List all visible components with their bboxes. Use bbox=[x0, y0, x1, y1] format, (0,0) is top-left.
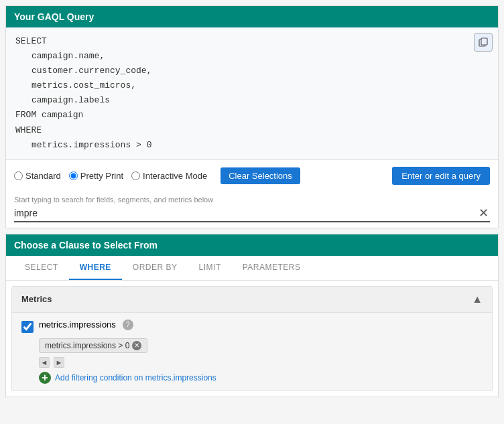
query-body: SELECT campaign.name, customer.currency_… bbox=[6, 27, 498, 159]
scroll-left-button[interactable]: ◄ bbox=[39, 357, 50, 368]
metric-name-impressions: metrics.impressions bbox=[39, 320, 116, 330]
radio-standard-input[interactable] bbox=[14, 171, 23, 180]
clause-panel-header: Choose a Clause to Select From bbox=[6, 234, 498, 256]
query-line-where: WHERE bbox=[15, 123, 489, 138]
radio-interactive-mode[interactable]: Interactive Mode bbox=[131, 171, 207, 181]
tab-limit[interactable]: LIMIT bbox=[188, 256, 232, 280]
tab-parameters[interactable]: PARAMETERS bbox=[232, 256, 312, 280]
search-input[interactable] bbox=[14, 206, 477, 220]
clear-selections-button[interactable]: Clear Selections bbox=[220, 167, 300, 184]
clause-tabs: SELECT WHERE ORDER BY LIMIT PARAMETERS bbox=[6, 256, 498, 281]
radio-pretty-print[interactable]: Pretty Print bbox=[69, 171, 123, 181]
radio-pretty-print-input[interactable] bbox=[69, 171, 78, 180]
radio-interactive-input[interactable] bbox=[131, 171, 140, 180]
radio-interactive-label: Interactive Mode bbox=[143, 171, 207, 181]
svg-rect-1 bbox=[481, 38, 487, 45]
query-panel: Your GAQL Query SELECT campaign.name, cu… bbox=[5, 5, 499, 228]
controls-row: Standard Pretty Print Interactive Mode C… bbox=[6, 159, 498, 192]
scroll-right-button[interactable]: ► bbox=[54, 357, 64, 368]
search-row: Start typing to search for fields, segme… bbox=[6, 192, 498, 228]
clause-panel: Choose a Clause to Select From SELECT WH… bbox=[5, 234, 499, 397]
radio-group: Standard Pretty Print Interactive Mode C… bbox=[14, 167, 300, 184]
query-line-select: SELECT bbox=[15, 34, 489, 49]
metrics-body: metrics.impressions ? metrics.impression… bbox=[12, 313, 492, 391]
filter-chip-impressions: metrics.impressions > 0 ✕ bbox=[39, 338, 147, 353]
copy-button[interactable] bbox=[474, 33, 493, 52]
metrics-section: Metrics ▲ metrics.impressions ? metrics.… bbox=[11, 286, 493, 391]
search-hint: Start typing to search for fields, segme… bbox=[14, 196, 490, 204]
tab-order-by[interactable]: ORDER BY bbox=[122, 256, 188, 280]
enter-edit-query-button[interactable]: Enter or edit a query bbox=[392, 167, 490, 185]
query-panel-title: Your GAQL Query bbox=[14, 11, 94, 22]
metrics-header: Metrics ▲ bbox=[12, 287, 492, 313]
add-filter-row: + Add filtering condition on metrics.imp… bbox=[39, 372, 483, 384]
tab-select[interactable]: SELECT bbox=[14, 256, 69, 280]
metric-help-icon[interactable]: ? bbox=[123, 320, 133, 330]
add-filter-icon[interactable]: + bbox=[39, 372, 51, 384]
query-line-campaign-name: campaign.name, bbox=[15, 49, 489, 64]
add-filter-label[interactable]: Add filtering condition on metrics.impre… bbox=[55, 373, 216, 382]
query-line-from: FROM campaign bbox=[15, 108, 489, 123]
radio-pretty-print-label: Pretty Print bbox=[80, 171, 123, 181]
filter-chip-row: metrics.impressions > 0 ✕ bbox=[39, 338, 483, 353]
query-line-labels: campaign.labels bbox=[15, 93, 489, 108]
radio-standard-label: Standard bbox=[25, 171, 61, 181]
clause-panel-title: Choose a Clause to Select From bbox=[14, 240, 158, 251]
radio-standard[interactable]: Standard bbox=[14, 171, 61, 181]
tab-where[interactable]: WHERE bbox=[69, 256, 122, 280]
collapse-metrics-button[interactable]: ▲ bbox=[472, 293, 483, 305]
query-panel-header: Your GAQL Query bbox=[6, 6, 498, 27]
scroll-arrows: ◄ ► bbox=[39, 357, 483, 368]
query-line-cost: metrics.cost_micros, bbox=[15, 78, 489, 93]
metrics-title: Metrics bbox=[21, 294, 52, 304]
metric-checkbox-impressions[interactable] bbox=[21, 321, 34, 333]
query-line-currency: customer.currency_code, bbox=[15, 64, 489, 78]
query-line-condition: metrics.impressions > 0 bbox=[15, 138, 489, 153]
filter-chip-value: metrics.impressions > 0 bbox=[45, 341, 129, 350]
filter-chip-remove-button[interactable]: ✕ bbox=[132, 341, 141, 350]
clear-search-button[interactable]: ✕ bbox=[477, 207, 490, 219]
metric-row-impressions: metrics.impressions ? bbox=[21, 320, 483, 333]
search-input-wrap: ✕ bbox=[14, 206, 490, 222]
